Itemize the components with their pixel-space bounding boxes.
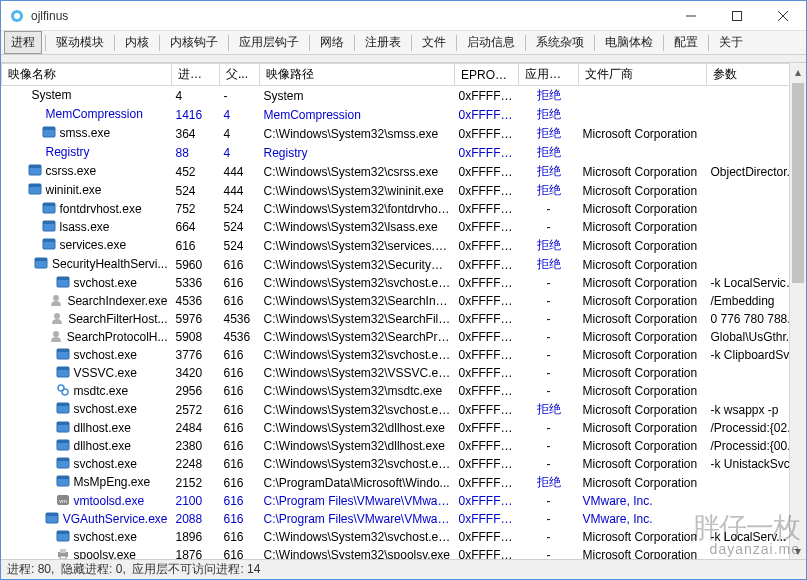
- cell-pid: 2572: [172, 400, 220, 419]
- cell-pid: 5976: [172, 310, 220, 328]
- menu-4[interactable]: 应用层钩子: [232, 31, 306, 54]
- menu-11[interactable]: 配置: [667, 31, 705, 54]
- cell-access: 拒绝: [519, 400, 579, 419]
- menu-separator: [708, 35, 709, 51]
- process-icon: [42, 219, 56, 236]
- cell-access: -: [519, 328, 579, 346]
- cell-ppid: 4536: [220, 310, 260, 328]
- table-row[interactable]: svchost.exe3776616C:\Windows\System32\sv…: [2, 346, 807, 364]
- cell-access: -: [519, 455, 579, 473]
- scroll-thumb[interactable]: [792, 83, 804, 283]
- menu-6[interactable]: 注册表: [358, 31, 408, 54]
- menu-8[interactable]: 启动信息: [460, 31, 522, 54]
- table-row[interactable]: SearchFilterHost...59764536C:\Windows\Sy…: [2, 310, 807, 328]
- vertical-scrollbar[interactable]: ▴ ▾: [789, 63, 806, 559]
- table-row[interactable]: wininit.exe524444C:\Windows\System32\win…: [2, 181, 807, 200]
- cell-path: Registry: [260, 143, 455, 162]
- close-button[interactable]: [760, 1, 806, 31]
- cell-pid: 2088: [172, 510, 220, 528]
- cell-name: VGAuthService.exe: [2, 510, 172, 528]
- cell-vendor: Microsoft Corporation: [579, 200, 707, 218]
- svg-text:vm: vm: [59, 498, 67, 504]
- process-name-label: SearchIndexer.exe: [67, 294, 167, 308]
- table-row[interactable]: fontdrvhost.exe752524C:\Windows\System32…: [2, 200, 807, 218]
- process-name-label: msdtc.exe: [74, 384, 129, 398]
- window-title: ojlfinus: [31, 9, 668, 23]
- svg-rect-13: [43, 203, 55, 206]
- column-header-0[interactable]: 映像名称: [2, 64, 172, 86]
- table-row[interactable]: svchost.exe5336616C:\Windows\System32\sv…: [2, 274, 807, 292]
- table-row[interactable]: spoolsv.exe1876616C:\Windows\System32\sp…: [2, 546, 807, 559]
- cell-name: smss.exe: [2, 124, 172, 142]
- menu-5[interactable]: 网络: [313, 31, 351, 54]
- table-row[interactable]: services.exe616524C:\Windows\System32\se…: [2, 236, 807, 255]
- svg-rect-49: [60, 556, 66, 559]
- table-row[interactable]: VGAuthService.exe2088616C:\Program Files…: [2, 510, 807, 528]
- maximize-button[interactable]: [714, 1, 760, 31]
- cell-eprocess: 0xFFFFB...: [455, 86, 519, 106]
- table-row[interactable]: svchost.exe2248616C:\Windows\System32\sv…: [2, 455, 807, 473]
- cell-pid: 3776: [172, 346, 220, 364]
- menu-2[interactable]: 内核: [118, 31, 156, 54]
- svg-rect-26: [57, 349, 69, 352]
- process-icon: vm: [56, 493, 70, 510]
- column-header-4[interactable]: EPROCESS: [455, 64, 519, 86]
- cell-path: C:\Program Files\VMware\VMware ...: [260, 510, 455, 528]
- cell-name: System: [2, 86, 172, 104]
- menu-3[interactable]: 内核钩子: [163, 31, 225, 54]
- svg-rect-17: [43, 239, 55, 242]
- menu-7[interactable]: 文件: [415, 31, 453, 54]
- cell-vendor: Microsoft Corporation: [579, 419, 707, 437]
- table-row[interactable]: MsMpEng.exe2152616C:\ProgramData\Microso…: [2, 473, 807, 492]
- cell-access: -: [519, 274, 579, 292]
- cell-ppid: 616: [220, 364, 260, 382]
- table-row[interactable]: vmvmtoolsd.exe2100616C:\Program Files\VM…: [2, 492, 807, 510]
- process-icon: [56, 420, 70, 437]
- scroll-up-icon[interactable]: ▴: [790, 63, 806, 80]
- cell-ppid: 524: [220, 236, 260, 255]
- table-row[interactable]: System4-System0xFFFFB...拒绝: [2, 86, 807, 106]
- cell-pid: 1876: [172, 546, 220, 559]
- column-header-3[interactable]: 映像路径: [260, 64, 455, 86]
- table-row[interactable]: dllhost.exe2484616C:\Windows\System32\dl…: [2, 419, 807, 437]
- menu-12[interactable]: 关于: [712, 31, 750, 54]
- column-header-6[interactable]: 文件厂商: [579, 64, 707, 86]
- column-header-5[interactable]: 应用层访...: [519, 64, 579, 86]
- maximize-icon: [732, 11, 742, 21]
- table-row[interactable]: msdtc.exe2956616C:\Windows\System32\msdt…: [2, 382, 807, 400]
- cell-pid: 524: [172, 181, 220, 200]
- cell-name: msdtc.exe: [2, 382, 172, 400]
- cell-vendor: Microsoft Corporation: [579, 218, 707, 236]
- table-row[interactable]: Registry884Registry0xFFFFB...拒绝: [2, 143, 807, 162]
- table-row[interactable]: csrss.exe452444C:\Windows\System32\csrss…: [2, 162, 807, 181]
- table-row[interactable]: svchost.exe1896616C:\Windows\System32\sv…: [2, 528, 807, 546]
- cell-ppid: 616: [220, 510, 260, 528]
- cell-ppid: 616: [220, 492, 260, 510]
- process-name-label: dllhost.exe: [74, 421, 131, 435]
- process-table-container[interactable]: 映像名称进程ID父...映像路径EPROCESS应用层访...文件厂商参数 Sy…: [1, 63, 806, 559]
- menu-1[interactable]: 驱动模块: [49, 31, 111, 54]
- table-row[interactable]: SecurityHealthServi...5960616C:\Windows\…: [2, 255, 807, 274]
- table-row[interactable]: SearchProtocolH...59084536C:\Windows\Sys…: [2, 328, 807, 346]
- column-header-1[interactable]: 进程ID: [172, 64, 220, 86]
- scroll-down-icon[interactable]: ▾: [790, 542, 806, 559]
- table-row[interactable]: svchost.exe2572616C:\Windows\System32\sv…: [2, 400, 807, 419]
- cell-ppid: 616: [220, 473, 260, 492]
- cell-path: C:\Windows\System32\SecurityHe...: [260, 255, 455, 274]
- table-row[interactable]: VSSVC.exe3420616C:\Windows\System32\VSSV…: [2, 364, 807, 382]
- svg-rect-34: [57, 422, 69, 425]
- cell-path: C:\Windows\System32\SearchProt...: [260, 328, 455, 346]
- table-row[interactable]: lsass.exe664524C:\Windows\System32\lsass…: [2, 218, 807, 236]
- minimize-button[interactable]: [668, 1, 714, 31]
- cell-name: VSSVC.exe: [2, 364, 172, 382]
- cell-name: csrss.exe: [2, 162, 172, 180]
- column-header-2[interactable]: 父...: [220, 64, 260, 86]
- menu-0[interactable]: 进程: [4, 31, 42, 54]
- table-row[interactable]: MemCompression14164MemCompression0xFFFFB…: [2, 105, 807, 124]
- table-row[interactable]: dllhost.exe2380616C:\Windows\System32\dl…: [2, 437, 807, 455]
- table-row[interactable]: smss.exe3644C:\Windows\System32\smss.exe…: [2, 124, 807, 143]
- menu-separator: [663, 35, 664, 51]
- menu-9[interactable]: 系统杂项: [529, 31, 591, 54]
- table-row[interactable]: SearchIndexer.exe4536616C:\Windows\Syste…: [2, 292, 807, 310]
- menu-10[interactable]: 电脑体检: [598, 31, 660, 54]
